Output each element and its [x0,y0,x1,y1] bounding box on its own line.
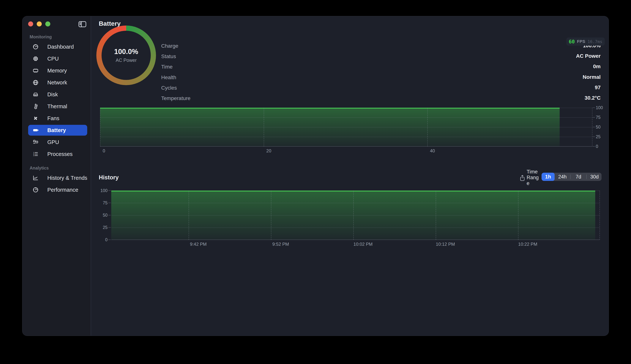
y-tick-label: 100 [596,105,603,110]
sidebar-item-history-trends[interactable]: History & Trends [28,172,87,183]
battery-info-row: Cycles97 [161,82,601,93]
history-section-title: History [99,174,119,181]
x-tick-label: 40 [430,148,435,154]
process-list-icon: 123 [33,151,39,157]
thermometer-icon [33,103,39,110]
battery-gauge-percent: 100.0% [114,48,138,56]
sidebar-item-memory[interactable]: Memory [28,65,87,76]
minimize-button[interactable] [37,22,42,26]
battery-history-chart: 10075502509:42 PM9:52 PM10:02 PM10:12 PM… [111,190,599,240]
fps-overlay-badge: 60 FPS 16.7ms [566,38,605,46]
app-window: MonitoringDashboardCPUMemoryNetworkDiskT… [22,16,609,336]
sidebar-item-label: Disk [47,92,58,98]
disk-icon [33,91,39,98]
gridline-y [100,127,592,128]
sidebar: MonitoringDashboardCPUMemoryNetworkDiskT… [22,16,91,336]
fps-unit-label: FPS [577,39,585,44]
gpu-icon [33,139,39,145]
close-button[interactable] [28,22,33,26]
sidebar-item-performance[interactable]: Performance [28,184,87,195]
sidebar-item-label: Battery [47,127,66,134]
info-value: 97 [595,84,601,90]
sidebar-section-label: Analytics [30,166,49,171]
fan-icon [33,115,39,122]
gridline-x [353,190,354,240]
info-label: Status [161,54,176,60]
sidebar-toggle-icon[interactable] [78,21,87,28]
sidebar-item-label: Thermal [47,104,67,110]
x-tick-label: 9:42 PM [190,242,207,247]
svg-text:3: 3 [33,154,34,156]
sidebar-item-label: Fans [47,115,59,122]
y-tick [108,227,111,228]
gauge-icon [33,44,39,50]
y-tick-label: 75 [596,114,601,120]
sidebar-item-label: Memory [47,68,67,74]
y-tick [593,136,595,137]
info-label: Time [161,64,173,70]
sidebar-section-label: Monitoring [30,34,52,40]
gridline-x [264,108,264,146]
sidebar-item-dashboard[interactable]: Dashboard [28,41,87,52]
time-range-24h-button[interactable]: 24h [554,173,570,181]
battery-info-row: StatusAC Power [161,51,601,61]
y-tick [108,190,111,191]
time-range-30d-button[interactable]: 30d [587,173,601,181]
sidebar-item-label: Performance [47,187,78,193]
x-axis-line [100,146,592,146]
battery-info-row: Charge100.0% [161,40,601,51]
info-label: Health [161,74,176,80]
y-tick-label: 75 [103,200,108,206]
y-tick [108,240,111,240]
gridline-x [427,108,428,146]
info-value: AC Power [576,53,601,59]
y-tick-label: 0 [105,237,108,242]
y-tick [108,203,111,203]
sidebar-item-label: History & Trends [47,175,87,181]
sidebar-item-battery[interactable]: Battery [28,125,87,136]
gridline-x [436,190,436,240]
export-icon[interactable] [519,174,525,181]
gridline-y [100,137,592,137]
gridline-x [100,108,101,146]
x-tick-label: 10:12 PM [436,242,455,247]
time-range-7d-button[interactable]: 7d [571,173,586,181]
y-tick [593,108,595,108]
sidebar-item-label: CPU [47,56,59,62]
x-tick-label: 10:22 PM [518,242,537,247]
y-tick [593,117,595,118]
time-range-1h-button[interactable]: 1h [541,173,554,181]
y-tick-label: 50 [103,212,108,218]
battery-info-row: HealthNormal [161,72,601,82]
battery-info-row: Time0m [161,61,601,72]
battery-icon [33,127,39,134]
battery-gauge: 100.0% AC Power [96,26,156,85]
gridline-y [111,203,599,203]
x-tick-label: 9:52 PM [272,242,289,247]
gridline-x [518,190,518,240]
sidebar-item-disk[interactable]: Disk [28,89,87,100]
zoom-button[interactable] [45,22,50,26]
x-tick-label: 20 [266,148,271,154]
info-label: Cycles [161,85,177,91]
info-label: Temperature [161,96,191,101]
gridline-y [100,108,592,108]
sidebar-item-gpu[interactable]: GPU [28,137,87,148]
gridline-x [592,108,592,146]
info-label: Charge [161,43,178,49]
y-tick [108,215,111,215]
time-range-segmented-control: 1h24h7d30d [541,173,601,181]
sidebar-item-processes[interactable]: 123Processes [28,149,87,160]
y-tick [593,146,595,146]
main-content: Battery 100.0% AC Power Charge100.0%Stat… [91,16,609,336]
y-tick [593,127,595,127]
sidebar-item-network[interactable]: Network [28,77,87,88]
gridline-y [111,228,599,228]
sidebar-item-cpu[interactable]: CPU [28,53,87,64]
y-tick-label: 25 [103,225,108,230]
battery-level-chart: 100755025002040 [100,108,592,146]
sidebar-item-thermal[interactable]: Thermal [28,101,87,112]
gridline-y [100,117,592,118]
sidebar-item-fans[interactable]: Fans [28,113,87,124]
globe-icon [33,79,39,86]
